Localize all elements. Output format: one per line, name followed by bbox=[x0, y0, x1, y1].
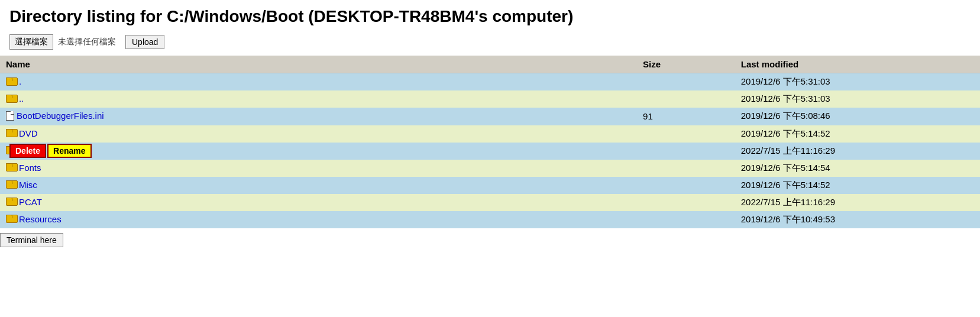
cell-modified: 2022/7/15 上午11:16:29 bbox=[735, 194, 980, 211]
cell-name: PCAT bbox=[0, 194, 637, 211]
folder-icon bbox=[6, 95, 17, 103]
no-file-label: 未選擇任何檔案 bbox=[58, 37, 116, 47]
file-link[interactable]: DVD bbox=[6, 128, 38, 138]
upload-button[interactable]: Upload bbox=[125, 35, 164, 49]
cell-name: . bbox=[0, 73, 637, 91]
toolbar: 選擇檔案 未選擇任何檔案 Upload bbox=[0, 31, 980, 56]
cell-size bbox=[637, 160, 735, 177]
folder-icon bbox=[6, 163, 17, 172]
table-row: .2019/12/6 下午5:31:03 bbox=[0, 73, 980, 91]
file-link[interactable]: Resources bbox=[6, 214, 62, 224]
folder-icon bbox=[6, 180, 17, 189]
table-row: Resources2019/12/6 下午10:49:53 bbox=[0, 211, 980, 228]
file-link[interactable]: BootDebuggerFiles.ini bbox=[6, 111, 104, 121]
delete-button[interactable]: Delete bbox=[9, 144, 46, 158]
folder-icon bbox=[6, 129, 17, 137]
cell-modified: 2019/12/6 下午5:31:03 bbox=[735, 73, 980, 91]
file-link[interactable]: Misc bbox=[6, 180, 37, 190]
cell-name: DVD bbox=[0, 125, 637, 143]
col-header-size: Size bbox=[637, 56, 735, 73]
table-row: BootDebuggerFiles.ini912019/12/6 下午5:08:… bbox=[0, 108, 980, 125]
cell-modified: 2019/12/6 下午5:14:54 bbox=[735, 160, 980, 177]
cell-modified: 2022/7/15 上午11:16:29 bbox=[735, 143, 980, 160]
table-row: Misc2019/12/6 下午5:14:52 bbox=[0, 177, 980, 194]
cell-name: Resources bbox=[0, 211, 637, 228]
table-row: Fonts2019/12/6 下午5:14:54 bbox=[0, 160, 980, 177]
rename-button[interactable]: Rename bbox=[47, 144, 91, 158]
col-header-name: Name bbox=[0, 56, 637, 73]
folder-icon bbox=[6, 77, 17, 86]
col-header-modified: Last modified bbox=[735, 56, 980, 73]
cell-size bbox=[637, 90, 735, 108]
cell-modified: 2019/12/6 下午5:14:52 bbox=[735, 177, 980, 194]
cell-name: Misc bbox=[0, 177, 637, 194]
table-row: DVD2019/12/6 下午5:14:52 bbox=[0, 125, 980, 143]
cell-size: 91 bbox=[637, 108, 735, 125]
file-link[interactable]: PCAT bbox=[6, 197, 42, 207]
table-row: EDeleteRename2022/7/15 上午11:16:29 bbox=[0, 143, 980, 160]
cell-size bbox=[637, 194, 735, 211]
file-link[interactable]: . bbox=[6, 76, 21, 86]
cell-size bbox=[637, 211, 735, 228]
cell-modified: 2019/12/6 下午5:08:46 bbox=[735, 108, 980, 125]
file-link[interactable]: .. bbox=[6, 93, 24, 103]
cell-size bbox=[637, 177, 735, 194]
file-icon bbox=[6, 111, 14, 121]
table-row: PCAT2022/7/15 上午11:16:29 bbox=[0, 194, 980, 211]
file-table: Name Size Last modified .2019/12/6 下午5:3… bbox=[0, 56, 980, 228]
cell-name: Fonts bbox=[0, 160, 637, 177]
cell-modified: 2019/12/6 下午10:49:53 bbox=[735, 211, 980, 228]
cell-modified: 2019/12/6 下午5:14:52 bbox=[735, 125, 980, 143]
cell-size bbox=[637, 143, 735, 160]
context-menu: DeleteRename bbox=[9, 144, 92, 158]
file-link[interactable]: Fonts bbox=[6, 163, 41, 173]
cell-size bbox=[637, 125, 735, 143]
terminal-here-button[interactable]: Terminal here bbox=[0, 233, 63, 247]
folder-icon bbox=[6, 198, 17, 206]
table-row: ..2019/12/6 下午5:31:03 bbox=[0, 90, 980, 108]
cell-size bbox=[637, 73, 735, 91]
cell-name: BootDebuggerFiles.ini bbox=[0, 108, 637, 125]
choose-file-button[interactable]: 選擇檔案 bbox=[9, 34, 53, 50]
folder-icon bbox=[6, 215, 17, 223]
cell-name: EDeleteRename bbox=[0, 143, 637, 160]
cell-modified: 2019/12/6 下午5:31:03 bbox=[735, 90, 980, 108]
cell-name: .. bbox=[0, 90, 637, 108]
page-title: Directory listing for C:/Windows/Boot (D… bbox=[0, 0, 980, 31]
